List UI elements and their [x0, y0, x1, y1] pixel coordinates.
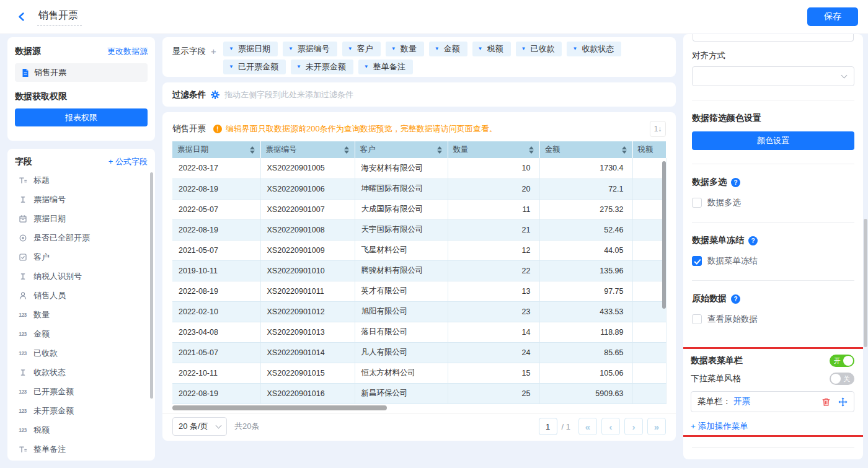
- last-page-button[interactable]: »: [647, 418, 666, 435]
- display-field-chip[interactable]: ▼客户: [342, 42, 381, 56]
- help-icon[interactable]: ?: [748, 236, 758, 245]
- menu-item-value[interactable]: 开票: [733, 396, 750, 407]
- menu-item-row[interactable]: 菜单栏： 开票: [691, 391, 854, 412]
- table-row[interactable]: 2021-05-07XS20220901009飞星材料公司1244.05: [172, 240, 666, 260]
- checkbox[interactable]: [692, 256, 702, 266]
- display-field-chip[interactable]: ▼已收款: [516, 42, 562, 56]
- sort-carets-icon[interactable]: [344, 146, 349, 154]
- table-cell: [632, 179, 666, 199]
- dropdown-style-toggle[interactable]: 关: [830, 373, 854, 385]
- display-field-chip[interactable]: ▼数量: [386, 42, 424, 56]
- menu-bar-toggle[interactable]: 开: [830, 355, 854, 367]
- report-permission-button[interactable]: 报表权限: [15, 108, 148, 126]
- display-field-chip[interactable]: ▼收款状态: [567, 42, 621, 56]
- table-row[interactable]: 2022-08-19XS20220901016新昌环保公司255909.63: [172, 383, 666, 404]
- add-display-field-button[interactable]: +: [211, 46, 216, 56]
- scrollbar-thumb[interactable]: [172, 405, 387, 410]
- next-page-button[interactable]: ›: [624, 418, 643, 435]
- checkbox[interactable]: [692, 314, 702, 324]
- table-row[interactable]: 2022-08-19XS20220901011英才有限公司1397.75: [172, 281, 666, 301]
- field-list-item[interactable]: 123未开票金额: [15, 401, 148, 420]
- trash-icon[interactable]: [822, 397, 831, 407]
- color-settings-button[interactable]: 颜色设置: [692, 131, 854, 150]
- page-number-input[interactable]: 1: [539, 418, 557, 435]
- column-header[interactable]: 票据编号: [260, 141, 355, 158]
- multi-select-checkbox-row[interactable]: 数据多选: [692, 197, 854, 208]
- display-field-chip[interactable]: ▼税额: [472, 42, 511, 56]
- column-header[interactable]: 数量: [448, 141, 539, 158]
- field-list-item[interactable]: 123已开票金额: [15, 382, 148, 401]
- field-list-item[interactable]: 客户: [15, 247, 148, 267]
- page-title[interactable]: 销售开票: [37, 8, 82, 26]
- add-formula-field-link[interactable]: + 公式字段: [108, 156, 148, 167]
- table-row[interactable]: 2022-03-17XS20220901005海安材料有限公司101730.4: [172, 158, 666, 179]
- column-header[interactable]: 客户: [355, 141, 448, 158]
- field-list-item[interactable]: 整单备注: [15, 439, 148, 459]
- table-cell: XS20220901009: [260, 240, 355, 260]
- sort-carets-icon[interactable]: [622, 146, 627, 154]
- warning-text: 编辑界面只取数据源前200条作为查询数据预览，完整数据请访问页面查看。: [226, 123, 497, 135]
- table-cell: XS20220901005: [260, 158, 355, 179]
- sort-carets-icon[interactable]: [250, 146, 255, 154]
- help-icon[interactable]: ?: [731, 294, 740, 304]
- display-field-chip[interactable]: ▼已开票金额: [223, 60, 286, 74]
- display-field-chip[interactable]: ▼票据编号: [283, 42, 337, 56]
- sort-carets-icon[interactable]: [529, 146, 534, 154]
- field-list-item[interactable]: 123金额: [15, 324, 148, 343]
- field-list-item[interactable]: 票据编号: [15, 190, 148, 209]
- field-list-item[interactable]: 123税额: [15, 420, 148, 439]
- menu-bar-section-highlight: 数据表菜单栏 开 下拉菜单风格 关 菜单栏： 开票: [683, 347, 863, 437]
- field-list-item[interactable]: 纳税人识别号: [15, 267, 148, 286]
- chip-label: 数量: [401, 43, 417, 55]
- table-row[interactable]: 2022-02-10XS20220901012旭阳有限公司23433.53: [172, 301, 666, 322]
- chevron-down-icon: ▼: [478, 46, 483, 51]
- display-field-chip[interactable]: ▼整单备注: [358, 60, 413, 74]
- column-header[interactable]: 金额: [539, 141, 632, 158]
- first-page-button[interactable]: «: [578, 418, 597, 435]
- display-field-chip[interactable]: ▼票据日期: [223, 42, 278, 56]
- fields-scrollbar[interactable]: [150, 172, 153, 399]
- datasource-item[interactable]: 销售开票: [15, 63, 148, 82]
- table-horizontal-scrollbar[interactable]: [172, 405, 666, 411]
- back-button[interactable]: [15, 10, 29, 24]
- checkbox[interactable]: [692, 198, 702, 208]
- gear-icon[interactable]: [211, 91, 219, 99]
- filter-placeholder[interactable]: 拖动左侧字段到此处来添加过滤条件: [224, 89, 353, 100]
- column-header[interactable]: 票据日期: [172, 141, 260, 158]
- table-vertical-scrollbar[interactable]: [662, 161, 666, 309]
- field-list-item[interactable]: 标题: [15, 170, 148, 190]
- table-cell: 44.05: [539, 240, 632, 260]
- sort-carets-icon[interactable]: [437, 146, 442, 154]
- help-icon[interactable]: ?: [731, 178, 740, 187]
- move-icon[interactable]: [838, 397, 848, 407]
- table-row[interactable]: 2022-10-11XS20220901015恒太方材料公司15105.06: [172, 363, 666, 383]
- sort-order-tool-button[interactable]: 1↓: [650, 121, 666, 137]
- raw-data-checkbox-row[interactable]: 查看原始数据: [692, 314, 854, 325]
- page-size-select[interactable]: 20 条/页: [172, 417, 227, 436]
- table-row[interactable]: 2019-10-11XS20220901010腾骏材料有限公司22135.96: [172, 260, 666, 281]
- chip-label: 税额: [487, 43, 503, 55]
- display-field-chip[interactable]: ▼金额: [429, 42, 467, 56]
- table-row[interactable]: 2022-08-19XS20220901006坤曜国际有限公司2072.1: [172, 179, 666, 199]
- field-list-item[interactable]: 票据日期: [15, 209, 148, 228]
- prev-page-button[interactable]: ‹: [601, 418, 620, 435]
- change-datasource-link[interactable]: 更改数据源: [107, 46, 148, 57]
- window-scrollbar[interactable]: [864, 219, 867, 347]
- field-list-item[interactable]: 销售人员: [15, 286, 148, 305]
- table-cell: 恒太方材料公司: [355, 363, 448, 383]
- field-list-item[interactable]: 123数量: [15, 305, 148, 324]
- table-row[interactable]: 2021-05-07XS20220901014凡人有限公司2485.65: [172, 342, 666, 363]
- field-list-item[interactable]: 123已收款: [15, 343, 148, 363]
- table-row[interactable]: 2023-04-08XS20220901013落日有限公司14118.89: [172, 322, 666, 342]
- display-field-chip[interactable]: ▼未开票金额: [291, 60, 353, 74]
- clipped-input[interactable]: [693, 34, 854, 42]
- table-row[interactable]: 2022-08-19XS20220901008天宇国际有限公司2152.46: [172, 219, 666, 240]
- align-select[interactable]: [692, 66, 854, 86]
- table-row[interactable]: 2022-05-07XS20220901007大成国际有限公司11275.32: [172, 199, 666, 219]
- table-cell: 新昌环保公司: [355, 383, 448, 404]
- field-list-item[interactable]: 收款状态: [15, 363, 148, 382]
- save-button[interactable]: 保存: [807, 7, 858, 26]
- field-list-item[interactable]: 是否已全部开票: [15, 228, 148, 247]
- freeze-checkbox-row[interactable]: 数据菜单冻结: [692, 255, 854, 267]
- add-action-menu-link[interactable]: + 添加操作菜单: [691, 421, 748, 432]
